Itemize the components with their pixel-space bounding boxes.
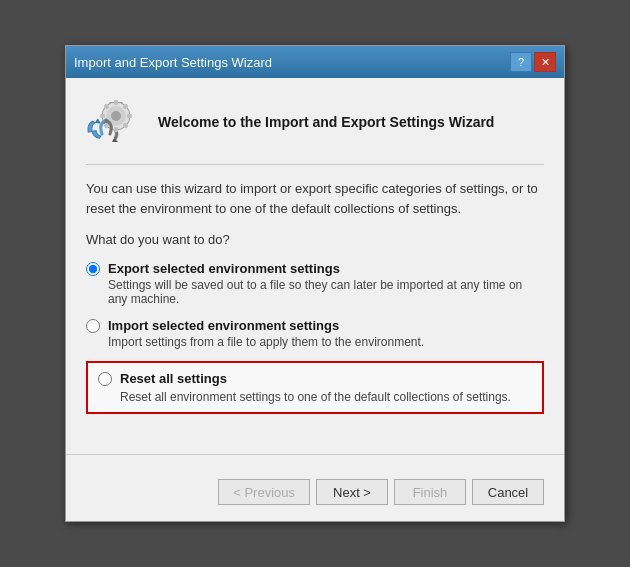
option-group: Export selected environment settings Set… <box>86 261 544 414</box>
footer-divider <box>66 454 564 455</box>
svg-marker-1 <box>94 118 101 125</box>
title-bar-buttons: ? ✕ <box>510 52 556 72</box>
option-export-radio[interactable] <box>86 262 100 276</box>
option-export-header: Export selected environment settings <box>86 261 544 276</box>
option-export: Export selected environment settings Set… <box>86 261 544 306</box>
option-reset-radio[interactable] <box>98 372 112 386</box>
help-button[interactable]: ? <box>510 52 532 72</box>
option-reset-desc: Reset all environment settings to one of… <box>120 390 532 404</box>
svg-rect-7 <box>114 127 118 132</box>
option-export-label[interactable]: Export selected environment settings <box>108 261 340 276</box>
option-export-desc: Settings will be saved out to a file so … <box>108 278 544 306</box>
footer: < Previous Next > Finish Cancel <box>66 469 564 521</box>
wizard-dialog: Import and Export Settings Wizard ? ✕ <box>65 45 565 522</box>
svg-rect-8 <box>127 114 132 118</box>
option-reset-header: Reset all settings <box>98 371 532 386</box>
option-import-header: Import selected environment settings <box>86 318 544 333</box>
gear-icon <box>86 94 142 150</box>
finish-button[interactable]: Finish <box>394 479 466 505</box>
option-reset: Reset all settings Reset all environment… <box>86 361 544 414</box>
title-bar: Import and Export Settings Wizard ? ✕ <box>66 46 564 78</box>
wizard-content: Welcome to the Import and Export Setting… <box>66 78 564 440</box>
option-import: Import selected environment settings Imp… <box>86 318 544 349</box>
option-import-desc: Import settings from a file to apply the… <box>108 335 544 349</box>
option-reset-label[interactable]: Reset all settings <box>120 371 227 386</box>
svg-point-5 <box>111 111 121 121</box>
option-import-radio[interactable] <box>86 319 100 333</box>
next-button[interactable]: Next > <box>316 479 388 505</box>
wizard-description: You can use this wizard to import or exp… <box>86 179 544 218</box>
svg-rect-6 <box>114 100 118 105</box>
dialog-title: Import and Export Settings Wizard <box>74 55 272 70</box>
header-section: Welcome to the Import and Export Setting… <box>86 94 544 165</box>
wizard-title: Welcome to the Import and Export Setting… <box>158 114 494 130</box>
wizard-question: What do you want to do? <box>86 232 544 247</box>
option-import-label[interactable]: Import selected environment settings <box>108 318 339 333</box>
close-button[interactable]: ✕ <box>534 52 556 72</box>
svg-rect-9 <box>100 114 105 118</box>
cancel-button[interactable]: Cancel <box>472 479 544 505</box>
previous-button[interactable]: < Previous <box>218 479 310 505</box>
